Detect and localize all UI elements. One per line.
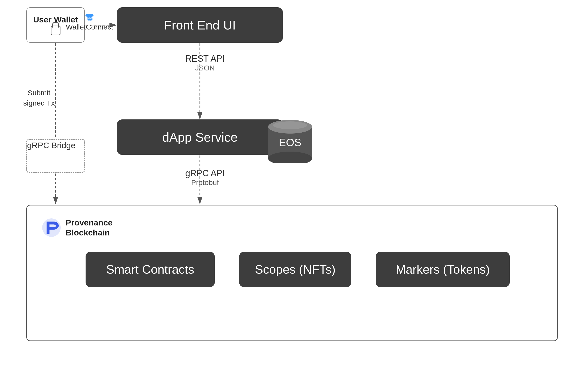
provenance-icon — [42, 218, 61, 237]
provenance-container: Provenance Blockchain Smart Contracts Sc… — [26, 205, 558, 341]
provenance-logo: Provenance Blockchain — [42, 218, 113, 238]
smart-contracts-label: Smart Contracts — [106, 263, 194, 277]
json-text: JSON — [185, 64, 225, 72]
eos-svg: EOS — [263, 114, 317, 163]
grpc-bridge-label: gRPC Bridge — [27, 141, 75, 150]
diagram-container: User Wallet WalletConnect Front End UI R… — [0, 0, 588, 369]
lock-icon — [51, 26, 61, 35]
svg-text:EOS: EOS — [279, 136, 301, 148]
walletconnect-label: WalletConnect — [66, 12, 113, 31]
svg-point-11 — [273, 121, 307, 129]
submit-tx-text: Submitsigned Tx — [23, 89, 55, 107]
grpc-api-label: gRPC API Protobuf — [185, 168, 225, 187]
rest-api-label: REST API JSON — [185, 54, 225, 72]
grpc-bridge-box: gRPC Bridge — [26, 139, 85, 173]
frontend-box: Front End UI — [117, 7, 283, 43]
smart-contracts-box: Smart Contracts — [86, 252, 215, 287]
rest-api-text: REST API — [185, 54, 225, 64]
walletconnect-text: WalletConnect — [66, 23, 113, 31]
markers-box: Markers (Tokens) — [376, 252, 510, 287]
protobuf-text: Protobuf — [185, 178, 225, 187]
provenance-name: Provenance Blockchain — [66, 218, 113, 238]
grpc-api-text: gRPC API — [185, 168, 225, 178]
eos-cylinder: EOS — [263, 114, 317, 163]
scopes-label: Scopes (NFTs) — [255, 263, 336, 277]
scopes-box: Scopes (NFTs) — [239, 252, 351, 287]
dapp-label: dApp Service — [162, 130, 237, 144]
walletconnect-icon — [82, 12, 97, 22]
markers-label: Markers (Tokens) — [396, 263, 490, 277]
frontend-label: Front End UI — [164, 18, 236, 32]
dapp-box: dApp Service — [117, 119, 283, 155]
submit-tx-label: Submitsigned Tx — [15, 88, 63, 108]
